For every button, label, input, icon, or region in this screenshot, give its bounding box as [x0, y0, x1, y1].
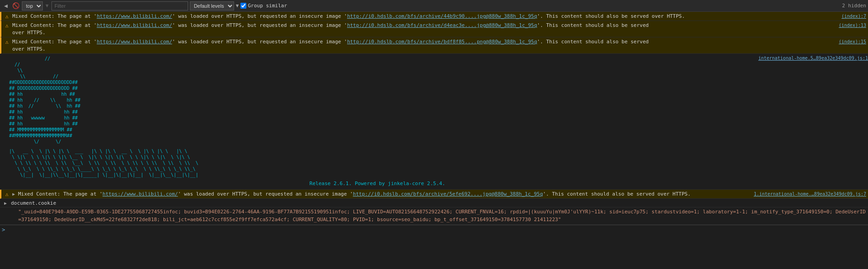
warning-row-3: ⚠ Mixed Content: The page at 'https://ww…	[0, 37, 868, 54]
expand-icon-4[interactable]: ▶	[12, 191, 15, 197]
prompt-chevron-icon: >	[2, 227, 5, 233]
ascii-art-logo: // // \\ \\ // ##DDDDDDDDDDDDDDDDDDDDD##…	[0, 54, 755, 146]
group-similar-label[interactable]: Group similar	[240, 3, 287, 9]
location-1[interactable]: (index):7	[842, 14, 866, 19]
console-content: ⚠ Mixed Content: The page at 'https://ww…	[0, 12, 868, 269]
location-4[interactable]: 1.international-home.…89ea32e349dc09.js:…	[754, 191, 866, 197]
ascii-art-section: // // \\ \\ // ##DDDDDDDDDDDDDDDDDDDDD##…	[0, 54, 868, 190]
image-link-4[interactable]: http://i0.hdslb.com/bfs/archive/5efe692.…	[353, 191, 543, 197]
ascii-art-container: // // \\ \\ // ##DDDDDDDDDDDDDDDDDDDDD##…	[0, 54, 755, 189]
warn-content-4: ▶ Mixed Content: The page at 'https://ww…	[12, 191, 750, 197]
image-link-3[interactable]: http://i0.hdslb.com/bfs/archive/bdf8f85.…	[347, 39, 537, 45]
bilibili-link-4[interactable]: https://www.bilibili.com/	[102, 191, 178, 197]
console-input-row: >	[0, 225, 868, 234]
hidden-count: 2 hidden	[842, 3, 866, 9]
console-input[interactable]	[8, 227, 866, 233]
ascii-location[interactable]: international-home.5…89ea32e349dc09.js:1	[758, 56, 868, 61]
toolbar: ◀ 🚫 top ▼ Default levels ▼ Group similar…	[0, 0, 868, 12]
bilibili-link-3[interactable]: https://www.bilibili.com/	[97, 39, 172, 45]
warning-row-1: ⚠ Mixed Content: The page at 'https://ww…	[0, 12, 868, 21]
context-selector[interactable]: top	[22, 1, 43, 10]
cookie-label: document.cookie	[11, 200, 56, 206]
cookie-value: "_uuid=840E7940-A9DD-E59B-0365-1DE277550…	[18, 209, 866, 222]
warn-icon-2: ⚠	[3, 22, 10, 29]
bilibili-link-2[interactable]: https://www.bilibili.com/	[97, 22, 172, 28]
back-button[interactable]: ◀	[2, 2, 10, 10]
expand-cookie-icon[interactable]: ▶	[2, 200, 9, 206]
levels-selector[interactable]: Default levels	[190, 1, 234, 10]
warn-content-1: Mixed Content: The page at 'https://www.…	[12, 13, 838, 20]
warning-row-4: ⚠ ▶ Mixed Content: The page at 'https://…	[0, 190, 868, 199]
cookie-value-row: "_uuid=840E7940-A9DD-E59B-0365-1DE277550…	[0, 207, 868, 225]
no-entry-icon[interactable]: 🚫	[12, 2, 20, 10]
cookie-section: ▶ document.cookie	[0, 199, 868, 207]
bilibili-link-1[interactable]: https://www.bilibili.com/	[97, 13, 172, 19]
ascii-art-text: |\ __ \ \ |\ \ |\ \ ___ |\ \ |\ \ __ \ \…	[0, 146, 755, 180]
filter-input[interactable]	[51, 1, 188, 10]
warning-row-2: ⚠ Mixed Content: The page at 'https://ww…	[0, 21, 868, 37]
release-text: Release 2.6.1. Powered by jinkela-core 2…	[0, 180, 755, 189]
image-link-2[interactable]: http://i0.hdslb.com/bfs/archive/d4eac3e.…	[347, 22, 537, 28]
group-similar-checkbox[interactable]	[240, 3, 246, 9]
image-link-1[interactable]: http://i0.hdslb.com/bfs/archive/44b9c90.…	[347, 13, 537, 19]
location-3[interactable]: (index):15	[839, 39, 866, 44]
warn-content-3: Mixed Content: The page at 'https://www.…	[12, 38, 835, 52]
warn-icon-3: ⚠	[3, 39, 10, 45]
warn-content-2: Mixed Content: The page at 'https://www.…	[12, 22, 835, 36]
warn-icon-4: ⚠	[3, 191, 10, 197]
location-2[interactable]: (index):13	[839, 23, 866, 28]
warn-icon-1: ⚠	[3, 13, 10, 20]
